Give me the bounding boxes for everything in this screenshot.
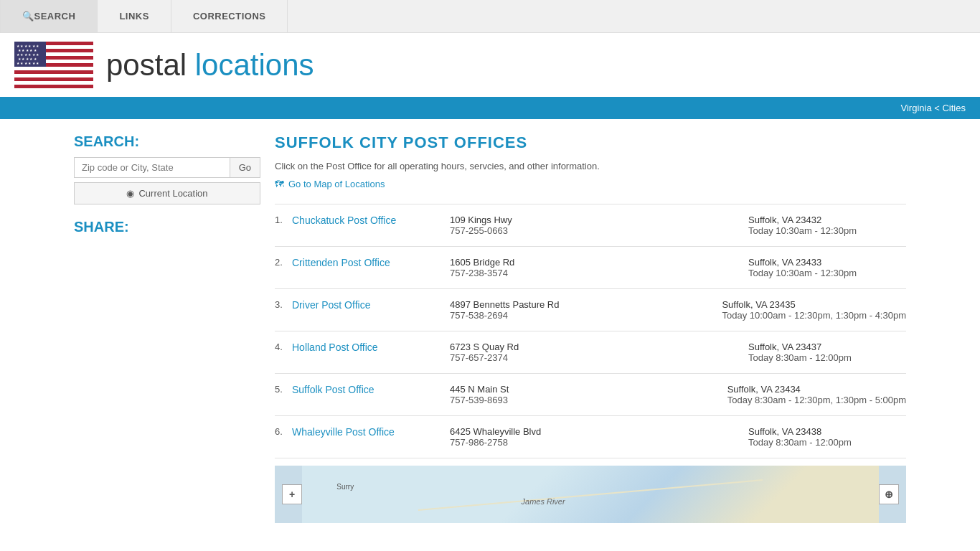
post-office-list: 1. Chuckatuck Post Office 109 Kings Hwy … — [275, 204, 906, 458]
po-number: 2. — [275, 257, 285, 268]
po-street: 445 N Main St — [450, 384, 713, 395]
po-hours: Suffolk, VA 23435 Today 10:00am - 12:30p… — [722, 299, 906, 321]
po-city-state: Suffolk, VA 23438 — [748, 426, 906, 437]
map-strip: + Surry ⊕ — [275, 466, 906, 523]
search-input[interactable] — [74, 157, 230, 178]
site-logo-text: postal locations — [106, 48, 314, 83]
breadcrumb-separator: < — [934, 103, 942, 113]
search-button[interactable]: Go — [230, 157, 260, 178]
po-hours: Suffolk, VA 23438 Today 8:30am - 12:00pm — [748, 426, 906, 448]
svg-rect-6 — [14, 81, 93, 85]
search-icon: 🔍 — [22, 11, 34, 22]
po-info: Crittenden Post Office 1605 Bridge Rd 75… — [292, 257, 906, 278]
po-info: Whaleyville Post Office 6425 Whaleyville… — [292, 426, 906, 448]
nav-links[interactable]: LINKS — [98, 0, 171, 32]
map-icon: 🗺 — [275, 179, 284, 189]
location-btn-label: Current Location — [138, 188, 207, 199]
logo-locations: locations — [195, 48, 314, 82]
po-name-link[interactable]: Chuckatuck Post Office — [292, 215, 396, 226]
po-name-link[interactable]: Suffolk Post Office — [292, 384, 374, 395]
po-city-state: Suffolk, VA 23435 — [722, 299, 906, 310]
top-navigation: 🔍 SEARCH LINKS CORRECTIONS — [0, 0, 980, 33]
po-address: 109 Kings Hwy 757-255-0663 — [450, 215, 734, 236]
list-item: 2. Crittenden Post Office 1605 Bridge Rd… — [275, 247, 906, 289]
po-number: 3. — [275, 299, 285, 310]
nav-corrections-label: CORRECTIONS — [193, 11, 266, 22]
breadcrumb-virginia[interactable]: Virginia — [901, 103, 932, 113]
po-name-link[interactable]: Driver Post Office — [292, 299, 370, 311]
main-content: SUFFOLK CITY POST OFFICES Click on the P… — [275, 133, 906, 523]
search-form: Go — [74, 157, 260, 178]
location-icon: ◉ — [126, 188, 134, 199]
sidebar: SEARCH: Go ◉ Current Location SHARE: — [74, 133, 260, 523]
page-title: SUFFOLK CITY POST OFFICES — [275, 133, 906, 152]
po-phone: 757-538-2694 — [450, 310, 707, 321]
map-link[interactable]: 🗺 Go to Map of Locations — [275, 179, 906, 189]
po-name-link[interactable]: Crittenden Post Office — [292, 257, 390, 268]
po-hours: Suffolk, VA 23437 Today 8:30am - 12:00pm — [748, 342, 906, 363]
share-section: SHARE: — [74, 219, 260, 235]
po-name-link[interactable]: Whaleyville Post Office — [292, 426, 395, 438]
po-name: Chuckatuck Post Office — [292, 215, 435, 226]
current-location-button[interactable]: ◉ Current Location — [74, 182, 260, 204]
svg-rect-4 — [14, 67, 93, 70]
po-number: 5. — [275, 384, 285, 395]
search-title: SEARCH: — [74, 133, 260, 150]
map-locator-button[interactable]: ⊕ — [879, 484, 899, 504]
po-phone: 757-986-2758 — [450, 437, 734, 448]
breadcrumb-cities[interactable]: Cities — [942, 103, 966, 113]
po-hours: Suffolk, VA 23434 Today 8:30am - 12:30pm… — [727, 384, 906, 405]
breadcrumb: Virginia < Cities — [0, 97, 980, 119]
search-section: SEARCH: Go ◉ Current Location — [74, 133, 260, 204]
po-city-state: Suffolk, VA 23433 — [748, 257, 906, 268]
po-city-state: Suffolk, VA 23434 — [727, 384, 906, 395]
map-link-label: Go to Map of Locations — [288, 179, 385, 189]
nav-search[interactable]: 🔍 SEARCH — [0, 0, 98, 32]
po-hours: Suffolk, VA 23433 Today 10:30am - 12:30p… — [748, 257, 906, 278]
list-item: 6. Whaleyville Post Office 6425 Whaleyvi… — [275, 416, 906, 458]
po-info: Suffolk Post Office 445 N Main St 757-53… — [292, 384, 906, 405]
po-street: 4897 Bennetts Pasture Rd — [450, 299, 707, 310]
site-header: ★ ★ ★ ★ ★ ★ ★ ★ ★ ★ ★ ★ ★ ★ ★ ★ ★ ★ ★ ★ … — [0, 33, 980, 97]
po-city-state: Suffolk, VA 23437 — [748, 342, 906, 352]
intro-text: Click on the Post Office for all operati… — [275, 161, 906, 171]
po-name-link[interactable]: Holland Post Office — [292, 342, 378, 353]
po-info: Driver Post Office 4897 Bennetts Pasture… — [292, 299, 906, 321]
po-phone: 757-238-3574 — [450, 268, 734, 278]
po-street: 6723 S Quay Rd — [450, 342, 734, 352]
share-title: SHARE: — [74, 219, 260, 235]
list-item: 5. Suffolk Post Office 445 N Main St 757… — [275, 374, 906, 416]
po-name: Crittenden Post Office — [292, 257, 435, 268]
po-address: 445 N Main St 757-539-8693 — [450, 384, 713, 405]
po-hours-text: Today 10:00am - 12:30pm, 1:30pm - 4:30pm — [722, 310, 906, 321]
logo-postal: postal — [106, 48, 187, 82]
map-visual: Surry — [302, 466, 879, 523]
po-hours-text: Today 8:30am - 12:30pm, 1:30pm - 5:00pm — [727, 395, 906, 405]
po-address: 6425 Whaleyville Blvd 757-986-2758 — [450, 426, 734, 448]
po-number: 4. — [275, 342, 285, 352]
po-name: Whaleyville Post Office — [292, 426, 435, 438]
po-number: 6. — [275, 426, 285, 437]
po-street: 6425 Whaleyville Blvd — [450, 426, 734, 437]
po-address: 4897 Bennetts Pasture Rd 757-538-2694 — [450, 299, 707, 321]
nav-corrections[interactable]: CORRECTIONS — [171, 0, 288, 32]
po-city-state: Suffolk, VA 23432 — [748, 215, 906, 225]
po-name: Holland Post Office — [292, 342, 435, 353]
map-surry-label: Surry — [336, 483, 354, 491]
svg-rect-5 — [14, 74, 93, 77]
po-phone: 757-657-2374 — [450, 352, 734, 363]
po-address: 1605 Bridge Rd 757-238-3574 — [450, 257, 734, 278]
po-street: 1605 Bridge Rd — [450, 257, 734, 268]
logo-flag-icon: ★ ★ ★ ★ ★ ★ ★ ★ ★ ★ ★ ★ ★ ★ ★ ★ ★ ★ ★ ★ … — [14, 42, 93, 88]
po-address: 6723 S Quay Rd 757-657-2374 — [450, 342, 734, 363]
map-zoom-in-button[interactable]: + — [282, 484, 302, 504]
po-street: 109 Kings Hwy — [450, 215, 734, 225]
po-name: Suffolk Post Office — [292, 384, 435, 395]
main-layout: SEARCH: Go ◉ Current Location SHARE: SUF… — [60, 119, 920, 537]
po-hours-text: Today 10:30am - 12:30pm — [748, 225, 906, 236]
po-hours-text: Today 10:30am - 12:30pm — [748, 268, 906, 278]
po-name: Driver Post Office — [292, 299, 435, 311]
po-phone: 757-539-8693 — [450, 395, 713, 405]
list-item: 1. Chuckatuck Post Office 109 Kings Hwy … — [275, 204, 906, 247]
po-hours-text: Today 8:30am - 12:00pm — [748, 352, 906, 363]
